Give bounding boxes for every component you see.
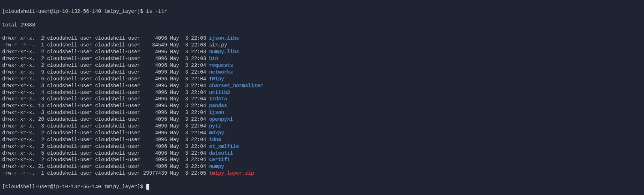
listing-row: drwxr-xr-x. 14 cloudshell-user cloudshel… bbox=[2, 102, 642, 109]
listing-row-meta: drwxr-xr-x. 2 cloudshell-user cloudshell… bbox=[2, 62, 209, 68]
listing-row: -rw-r--r--. 1 cloudshell-user cloudshell… bbox=[2, 42, 642, 49]
listing-row-filename: dateutil bbox=[209, 150, 233, 156]
listing-row-meta: drwxr-xr-x. 3 cloudshell-user cloudshell… bbox=[2, 96, 209, 102]
listing-row-meta: -rw-r--r--. 1 cloudshell-user cloudshell… bbox=[2, 42, 209, 48]
listing-row: drwxr-xr-x. 2 cloudshell-user cloudshell… bbox=[2, 136, 642, 143]
listing-row-filename: ijson.libs bbox=[209, 35, 239, 41]
listing-row-filename: tzdata bbox=[209, 96, 227, 102]
listing-row-meta: drwxr-xr-x. 4 cloudshell-user cloudshell… bbox=[2, 90, 209, 95]
command-text: ls -ltr bbox=[146, 9, 167, 14]
listing-row-filename: six.py bbox=[209, 42, 227, 48]
listing-row-filename: pytz bbox=[209, 123, 221, 129]
prompt-line-2[interactable]: [cloudshell-user@ip-10-132-56-140 tm1py_… bbox=[2, 184, 642, 190]
listing-row-meta: drwxr-xr-x. 3 cloudshell-user cloudshell… bbox=[2, 123, 209, 129]
listing-row-filename: numpy bbox=[209, 164, 224, 169]
listing-row: drwxr-xr-x. 2 cloudshell-user cloudshell… bbox=[2, 143, 642, 150]
listing-row: drwxr-xr-x. 3 cloudshell-user cloudshell… bbox=[2, 109, 642, 116]
listing-row-filename: ijson bbox=[209, 110, 224, 115]
listing-row-filename: idna bbox=[209, 137, 221, 142]
listing-row: drwxr-xr-x. 5 cloudshell-user cloudshell… bbox=[2, 150, 642, 157]
listing-row-meta: drwxr-xr-x. 5 cloudshell-user cloudshell… bbox=[2, 150, 209, 156]
listing-row: drwxr-xr-x. 2 cloudshell-user cloudshell… bbox=[2, 130, 642, 136]
listing-row: drwxr-xr-x. 3 cloudshell-user cloudshell… bbox=[2, 96, 642, 102]
file-listing: drwxr-xr-x. 2 cloudshell-user cloudshell… bbox=[2, 35, 642, 177]
cursor bbox=[146, 184, 149, 190]
listing-row-filename: mdxpy bbox=[209, 130, 224, 136]
listing-row-filename: requests bbox=[209, 62, 233, 68]
listing-row: drwxr-xr-x. 2 cloudshell-user cloudshell… bbox=[2, 156, 642, 163]
listing-row: drwxr-xr-x. 2 cloudshell-user cloudshell… bbox=[2, 62, 642, 69]
listing-row-meta: -rw-r--r--. 1 cloudshell-user cloudshell… bbox=[2, 170, 209, 176]
listing-row-meta: drwxr-xr-x. 2 cloudshell-user cloudshell… bbox=[2, 56, 209, 61]
listing-row-meta: drwxr-xr-x. 3 cloudshell-user cloudshell… bbox=[2, 83, 209, 89]
listing-row-meta: drwxr-xr-x. 2 cloudshell-user cloudshell… bbox=[2, 130, 209, 136]
shell-prompt: [cloudshell-user@ip-10-132-56-140 tm1py_… bbox=[2, 184, 146, 190]
listing-row-meta: drwxr-xr-x. 14 cloudshell-user cloudshel… bbox=[2, 103, 209, 109]
listing-row: drwxr-xr-x. 20 cloudshell-user cloudshel… bbox=[2, 116, 642, 123]
listing-row-filename: bin bbox=[209, 56, 218, 61]
listing-row-meta: drwxr-xr-x. 2 cloudshell-user cloudshell… bbox=[2, 144, 209, 149]
listing-row-meta: drwxr-xr-x. 2 cloudshell-user cloudshell… bbox=[2, 49, 209, 55]
listing-row: drwxr-xr-x. 9 cloudshell-user cloudshell… bbox=[2, 69, 642, 76]
listing-row-filename: et_xmlfile bbox=[209, 144, 239, 149]
listing-row-meta: drwxr-xr-x. 20 cloudshell-user cloudshel… bbox=[2, 116, 209, 122]
listing-row: drwxr-xr-x. 6 cloudshell-user cloudshell… bbox=[2, 76, 642, 82]
listing-row-filename: tm1py_layer.zip bbox=[209, 170, 254, 176]
listing-row-meta: drwxr-xr-x. 2 cloudshell-user cloudshell… bbox=[2, 35, 209, 41]
prompt-line-1: [cloudshell-user@ip-10-132-56-140 tm1py_… bbox=[2, 8, 642, 15]
listing-row-filename: urllib3 bbox=[209, 90, 230, 95]
listing-row-filename: TM1py bbox=[209, 76, 224, 82]
listing-row-filename: openpyxl bbox=[209, 116, 233, 122]
listing-row: drwxr-xr-x. 2 cloudshell-user cloudshell… bbox=[2, 35, 642, 42]
listing-row-meta: drwxr-xr-x. 2 cloudshell-user cloudshell… bbox=[2, 157, 209, 162]
listing-row-filename: pandas bbox=[209, 103, 227, 109]
listing-row-filename: numpy.libs bbox=[209, 49, 239, 55]
shell-prompt: [cloudshell-user@ip-10-132-56-140 tm1py_… bbox=[2, 9, 146, 14]
total-line: total 29388 bbox=[2, 22, 642, 29]
listing-row: drwxr-xr-x. 3 cloudshell-user cloudshell… bbox=[2, 123, 642, 130]
listing-row-filename: charset_normalizer bbox=[209, 83, 263, 89]
listing-row: drwxr-xr-x. 2 cloudshell-user cloudshell… bbox=[2, 55, 642, 62]
listing-row: drwxr-xr-x. 2 cloudshell-user cloudshell… bbox=[2, 49, 642, 55]
listing-row-filename: certifi bbox=[209, 157, 230, 162]
listing-row: drwxr-xr-x. 21 cloudshell-user cloudshel… bbox=[2, 163, 642, 170]
terminal[interactable]: [cloudshell-user@ip-10-132-56-140 tm1py_… bbox=[0, 0, 644, 195]
listing-row: drwxr-xr-x. 3 cloudshell-user cloudshell… bbox=[2, 82, 642, 89]
listing-row-filename: networkx bbox=[209, 69, 233, 75]
listing-row: -rw-r--r--. 1 cloudshell-user cloudshell… bbox=[2, 170, 642, 177]
listing-row-meta: drwxr-xr-x. 3 cloudshell-user cloudshell… bbox=[2, 110, 209, 115]
listing-row-meta: drwxr-xr-x. 9 cloudshell-user cloudshell… bbox=[2, 69, 209, 75]
listing-row-meta: drwxr-xr-x. 6 cloudshell-user cloudshell… bbox=[2, 76, 209, 82]
listing-row-meta: drwxr-xr-x. 2 cloudshell-user cloudshell… bbox=[2, 137, 209, 142]
listing-row-meta: drwxr-xr-x. 21 cloudshell-user cloudshel… bbox=[2, 164, 209, 169]
listing-row: drwxr-xr-x. 4 cloudshell-user cloudshell… bbox=[2, 89, 642, 96]
